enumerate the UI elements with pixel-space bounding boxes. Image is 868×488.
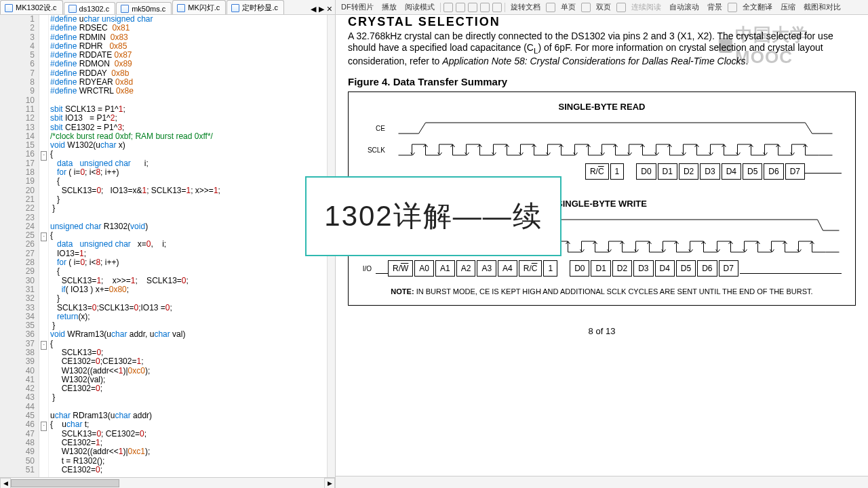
io-cell: R/W [388,260,413,277]
tb-play[interactable]: 播放 [379,2,399,12]
tb-rotate[interactable]: 旋转文档 [508,2,543,12]
io-cell: D7 [785,163,805,180]
io-cell: D1 [591,260,610,277]
editor-tabs: MK1302设.c ds1302.c mk50ms.c MK闪灯.c 定时秒显.… [0,0,335,15]
io-cell: 1 [543,260,557,277]
tb-translate[interactable]: 全文翻译 [740,2,775,12]
io-cell: D7 [719,260,738,277]
file-icon [5,4,13,12]
file-icon [68,5,77,13]
io-cell: R/C [519,260,542,277]
tab-close-icon[interactable]: × [327,3,332,14]
io-cell: D1 [658,163,677,180]
double-page-icon[interactable] [581,3,591,12]
io-cell: D5 [743,163,762,180]
code-editor[interactable]: 1234567891011121314151617181920212223242… [0,15,335,477]
scroll-left-icon[interactable]: ◀ [0,478,11,489]
single-page-icon[interactable] [546,3,555,12]
file-icon [231,4,239,12]
tb-double[interactable]: 双页 [593,2,614,12]
tb-screenshot[interactable]: 截图和对比 [801,2,844,12]
tb-autoscroll[interactable]: 自动滚动 [667,2,702,12]
io-cell: A2 [456,260,476,277]
code-editor-pane: MK1302设.c ds1302.c mk50ms.c MK闪灯.c 定时秒显.… [0,0,336,488]
io-write-row: I/O R/WA0A1A2A3A4R/C1 D0D1D2D3D4D5D6D7 [362,260,842,277]
editor-hscrollbar[interactable]: ◀ ▶ [0,477,335,488]
io-cell: D2 [612,260,632,277]
tb-single[interactable]: 单页 [558,2,578,12]
io-cell: D0 [636,163,656,180]
io-cell: D6 [697,260,717,277]
io-cell: D4 [722,163,741,180]
line-number-gutter: 1234567891011121314151617181920212223242… [0,15,39,477]
tab-scroll-right-icon[interactable]: ▶ [319,5,324,14]
watermark-icon [719,38,732,53]
io-cell: 1 [610,163,625,180]
pdf-toolbar: DF转图片 播放 阅读模式 旋转文档 单页 双页 连续阅读 自动滚动 背景 全文… [336,0,868,15]
ce-read-wave: CE [362,119,842,138]
zoom-tool-icon[interactable] [468,3,477,12]
tb-read-mode[interactable]: 阅读模式 [402,2,437,12]
scroll-thumb[interactable] [11,479,119,487]
io-cell: D5 [676,260,696,277]
io-cell: D2 [679,163,698,180]
fold-column[interactable]: ---- [39,15,49,477]
select-tool-icon[interactable] [456,3,465,12]
io-cell: D3 [700,163,719,180]
tab-scroll-left-icon[interactable]: ◀ [311,5,316,14]
tb-continuous[interactable]: 连续阅读 [629,2,664,12]
io-cell: A4 [498,260,517,277]
bookmark-icon[interactable] [492,3,502,12]
tab-mk1302[interactable]: MK1302设.c [0,0,63,14]
video-title-overlay: 1302详解——续 [305,176,561,256]
search-icon[interactable] [480,3,490,12]
io-cell: A1 [435,260,455,277]
continuous-icon[interactable] [616,3,626,12]
io-cell: D6 [764,163,783,180]
translate-icon[interactable] [728,3,737,12]
tb-compress[interactable]: 压缩 [778,2,798,12]
tb-bg[interactable]: 背景 [705,2,725,12]
pdf-statusbar [336,476,868,488]
scroll-right-icon[interactable]: ▶ [324,478,335,489]
watermark: 中国大学MOOC [719,35,854,56]
io-cell: D4 [655,260,675,277]
io-cell: D3 [633,260,653,277]
io-cell: A0 [414,260,434,277]
hand-tool-icon[interactable] [443,3,453,12]
io-cell: R/C [585,163,609,180]
code-area[interactable]: #define uchar unsigned char#define RDSEC… [49,15,335,477]
io-cell: A3 [477,260,496,277]
figure-note: NOTE: IN BURST MODE, CE IS KEPT HIGH AND… [362,287,842,296]
tab-mkflash[interactable]: MK闪灯.c [172,0,226,14]
sclk-read-wave: SCLK [362,140,842,159]
file-icon [177,4,185,12]
tab-mk50ms[interactable]: mk50ms.c [116,2,172,14]
file-icon [121,5,129,13]
figure-title: Figure 4. Data Transfer Summary [348,76,856,87]
subhead-read: SINGLE-BYTE READ [362,102,842,112]
tb-convert-image[interactable]: DF转图片 [338,2,376,12]
tab-ds1302[interactable]: ds1302.c [64,2,116,14]
page-number: 8 of 13 [348,326,856,336]
tab-timer[interactable]: 定时秒显.c [226,0,284,14]
io-cell: D0 [570,260,589,277]
